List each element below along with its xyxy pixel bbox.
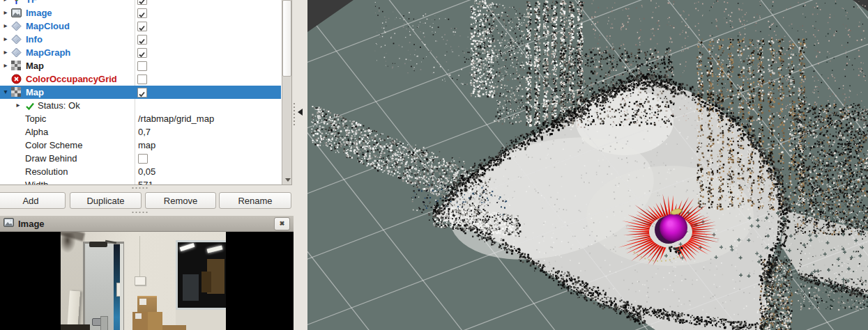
cloud-icon	[11, 21, 22, 31]
cardboard-box	[137, 296, 157, 313]
enabled-checkbox[interactable]	[137, 22, 147, 31]
remove-button[interactable]: Remove	[145, 192, 216, 209]
display-row[interactable]: ▸Image	[0, 6, 281, 19]
door-kick-plate	[100, 316, 108, 330]
rename-button[interactable]: Rename	[219, 192, 291, 209]
warehouse-box	[201, 272, 211, 292]
cardboard-box	[148, 312, 162, 330]
door-frame-right	[120, 244, 123, 330]
display-row[interactable]: ▸Map	[0, 59, 281, 72]
box-label	[135, 313, 142, 319]
display-name-label: Image	[26, 8, 52, 18]
box-label	[139, 299, 146, 305]
property-name: Draw Behind	[25, 153, 77, 164]
cardboard-box	[162, 325, 186, 330]
display-name-label: TF	[26, 0, 37, 5]
display-name-label: Info	[26, 34, 43, 45]
close-icon[interactable]: ✖	[274, 217, 290, 230]
collapsed-arrow-icon[interactable]: ▸	[14, 100, 22, 110]
property-value[interactable]: 0,05	[138, 166, 155, 177]
property-value[interactable]: map	[138, 140, 155, 150]
image-panel-titlebar: Image ✖	[0, 216, 294, 232]
image-panel-icon	[3, 217, 14, 230]
enabled-checkbox[interactable]	[137, 48, 147, 58]
status-ok-check-icon	[25, 101, 35, 110]
splitter-handle[interactable]	[131, 187, 149, 189]
splitter-handle[interactable]	[131, 211, 149, 214]
property-name: Color Scheme	[25, 140, 82, 150]
collapsed-arrow-icon[interactable]: ▸	[1, 21, 10, 31]
display-name-label: Map	[26, 61, 44, 71]
cable	[139, 236, 140, 276]
enabled-checkbox[interactable]	[137, 74, 147, 84]
collapsed-arrow-icon[interactable]: ▸	[1, 8, 10, 17]
status-label: Status: Ok	[38, 100, 80, 111]
collapsed-arrow-icon[interactable]: ▸	[1, 47, 10, 57]
tf-icon	[11, 0, 22, 5]
property-name: Alpha	[25, 127, 48, 137]
light-switch	[135, 276, 146, 285]
property-row[interactable]: Alpha0,7	[0, 125, 281, 139]
display-row[interactable]: ▾Map	[0, 86, 281, 99]
property-value[interactable]: 571	[138, 180, 153, 185]
handle-dots	[294, 103, 295, 126]
rviz-window: ▸TF▸Image▸MapCloud▸Info▸MapGraph▸MapColo…	[0, 0, 868, 330]
enabled-checkbox[interactable]	[137, 8, 147, 18]
window	[176, 240, 226, 310]
error-icon	[11, 74, 22, 84]
door-closer	[89, 242, 107, 247]
cloud-icon	[11, 47, 22, 58]
image-icon	[11, 8, 22, 18]
display-row[interactable]: ColorOccupancyGrid	[0, 72, 281, 86]
3d-viewport-canvas[interactable]	[307, 0, 868, 330]
property-row[interactable]: ▸Status: Ok	[0, 99, 281, 112]
3d-viewport[interactable]	[307, 0, 868, 330]
property-name: Width	[25, 180, 48, 185]
panel-collapse-handle[interactable]	[293, 102, 307, 129]
property-name: Topic	[25, 113, 46, 124]
collapse-left-arrow-icon	[298, 109, 303, 116]
display-row[interactable]: ▸MapCloud	[0, 19, 281, 33]
display-name-label: ColorOccupancyGrid	[26, 74, 117, 84]
scrollbar-down-arrow-icon[interactable]	[283, 175, 291, 184]
displays-panel: ▸TF▸Image▸MapCloud▸Info▸MapGraph▸MapColo…	[0, 0, 292, 185]
collapsed-arrow-icon[interactable]: ▸	[1, 61, 10, 70]
cardboard-box	[132, 312, 148, 330]
enabled-checkbox[interactable]	[137, 88, 147, 97]
collapsed-arrow-icon[interactable]: ▸	[1, 34, 10, 44]
property-row[interactable]: Draw Behind	[0, 152, 281, 165]
property-row[interactable]: Resolution0,05	[0, 165, 281, 178]
property-value[interactable]: /rtabmap/grid_map	[138, 113, 214, 124]
enabled-checkbox[interactable]	[137, 61, 147, 71]
display-name-label: MapCloud	[26, 21, 70, 31]
display-row[interactable]: ▸Info	[0, 33, 281, 46]
vertical-scrollbar[interactable]	[282, 0, 292, 185]
display-name-label: Map	[26, 87, 44, 97]
property-row[interactable]: Width571	[0, 178, 281, 185]
map-icon	[11, 87, 22, 97]
ceiling-light	[180, 243, 195, 251]
display-row[interactable]: ▸MapGraph	[0, 46, 281, 59]
cloud-icon	[11, 34, 22, 45]
add-button[interactable]: Add	[0, 192, 66, 209]
collapsed-arrow-icon[interactable]	[1, 74, 10, 84]
display-row[interactable]: ▸TF	[0, 0, 281, 6]
scrollbar-thumb[interactable]	[282, 0, 291, 77]
duplicate-button[interactable]: Duplicate	[70, 192, 142, 209]
collapsed-arrow-icon[interactable]: ▸	[1, 0, 10, 4]
enabled-checkbox[interactable]	[137, 35, 147, 45]
warehouse-rack	[183, 274, 199, 301]
enabled-checkbox[interactable]	[137, 0, 147, 5]
camera-photo	[61, 232, 226, 330]
property-row[interactable]: Color Schememap	[0, 139, 281, 152]
camera-view	[0, 232, 294, 330]
property-checkbox[interactable]	[138, 154, 148, 164]
floor-shadow	[61, 324, 90, 330]
expanded-arrow-icon[interactable]: ▾	[1, 87, 10, 97]
property-name: Resolution	[25, 166, 68, 177]
property-value[interactable]: 0,7	[138, 127, 151, 137]
property-row[interactable]: Topic/rtabmap/grid_map	[0, 112, 281, 125]
image-panel-title: Image	[18, 219, 45, 229]
image-panel: Image ✖	[0, 216, 294, 330]
map-icon	[11, 61, 22, 71]
